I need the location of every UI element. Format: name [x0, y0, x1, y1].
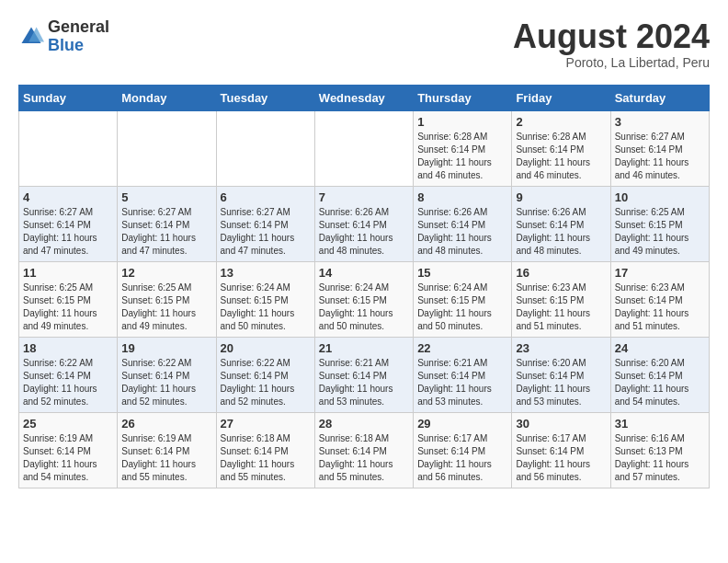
- calendar-cell: 2Sunrise: 6:28 AM Sunset: 6:14 PM Daylig…: [512, 110, 610, 186]
- calendar-cell: 29Sunrise: 6:17 AM Sunset: 6:14 PM Dayli…: [414, 412, 512, 488]
- day-info: Sunrise: 6:21 AM Sunset: 6:14 PM Dayligh…: [319, 357, 409, 408]
- day-number: 24: [615, 341, 705, 355]
- calendar-cell: 4Sunrise: 6:27 AM Sunset: 6:14 PM Daylig…: [19, 186, 118, 261]
- day-info: Sunrise: 6:24 AM Sunset: 6:15 PM Dayligh…: [221, 282, 311, 333]
- day-info: Sunrise: 6:26 AM Sunset: 6:14 PM Dayligh…: [516, 206, 606, 258]
- calendar-body: 1Sunrise: 6:28 AM Sunset: 6:14 PM Daylig…: [19, 110, 710, 488]
- day-info: Sunrise: 6:22 AM Sunset: 6:14 PM Dayligh…: [221, 357, 311, 408]
- calendar-cell: 20Sunrise: 6:22 AM Sunset: 6:14 PM Dayli…: [216, 337, 314, 412]
- calendar-cell: 23Sunrise: 6:20 AM Sunset: 6:14 PM Dayli…: [512, 337, 610, 412]
- day-info: Sunrise: 6:27 AM Sunset: 6:14 PM Dayligh…: [221, 206, 311, 258]
- calendar-cell: 28Sunrise: 6:18 AM Sunset: 6:14 PM Dayli…: [314, 412, 413, 488]
- header-day-monday: Monday: [118, 85, 216, 110]
- calendar-cell: 21Sunrise: 6:21 AM Sunset: 6:14 PM Dayli…: [314, 337, 413, 412]
- day-number: 15: [417, 266, 507, 280]
- page-title: August 2024: [513, 18, 710, 55]
- calendar-cell: [314, 110, 413, 186]
- calendar-cell: 15Sunrise: 6:24 AM Sunset: 6:15 PM Dayli…: [414, 261, 512, 337]
- calendar-cell: 30Sunrise: 6:17 AM Sunset: 6:14 PM Dayli…: [512, 412, 610, 488]
- day-number: 2: [516, 115, 606, 129]
- calendar-cell: [118, 110, 216, 186]
- day-number: 6: [221, 190, 311, 204]
- day-info: Sunrise: 6:25 AM Sunset: 6:15 PM Dayligh…: [121, 282, 211, 333]
- calendar-cell: 25Sunrise: 6:19 AM Sunset: 6:14 PM Dayli…: [19, 412, 118, 488]
- day-info: Sunrise: 6:23 AM Sunset: 6:15 PM Dayligh…: [516, 282, 606, 333]
- calendar-cell: 27Sunrise: 6:18 AM Sunset: 6:14 PM Dayli…: [216, 412, 314, 488]
- calendar-cell: 1Sunrise: 6:28 AM Sunset: 6:14 PM Daylig…: [414, 110, 512, 186]
- calendar-cell: 12Sunrise: 6:25 AM Sunset: 6:15 PM Dayli…: [118, 261, 216, 337]
- calendar-week-3: 11Sunrise: 6:25 AM Sunset: 6:15 PM Dayli…: [19, 261, 710, 337]
- calendar-cell: [216, 110, 314, 186]
- day-number: 16: [516, 266, 606, 280]
- day-number: 18: [23, 341, 113, 355]
- day-number: 19: [121, 341, 211, 355]
- calendar-cell: 9Sunrise: 6:26 AM Sunset: 6:14 PM Daylig…: [512, 186, 610, 261]
- calendar-cell: 18Sunrise: 6:22 AM Sunset: 6:14 PM Dayli…: [19, 337, 118, 412]
- day-info: Sunrise: 6:19 AM Sunset: 6:14 PM Dayligh…: [23, 432, 113, 484]
- day-number: 10: [615, 190, 705, 204]
- day-info: Sunrise: 6:18 AM Sunset: 6:14 PM Dayligh…: [221, 432, 311, 484]
- day-number: 30: [516, 417, 606, 431]
- day-info: Sunrise: 6:22 AM Sunset: 6:14 PM Dayligh…: [121, 357, 211, 408]
- header-day-tuesday: Tuesday: [216, 85, 314, 110]
- day-number: 1: [417, 115, 507, 129]
- day-number: 4: [23, 190, 113, 204]
- day-number: 21: [319, 341, 409, 355]
- calendar-cell: 10Sunrise: 6:25 AM Sunset: 6:15 PM Dayli…: [610, 186, 709, 261]
- day-info: Sunrise: 6:28 AM Sunset: 6:14 PM Dayligh…: [516, 131, 606, 182]
- calendar-cell: 11Sunrise: 6:25 AM Sunset: 6:15 PM Dayli…: [19, 261, 118, 337]
- calendar-week-4: 18Sunrise: 6:22 AM Sunset: 6:14 PM Dayli…: [19, 337, 710, 412]
- day-info: Sunrise: 6:22 AM Sunset: 6:14 PM Dayligh…: [23, 357, 113, 408]
- day-number: 12: [121, 266, 211, 280]
- day-info: Sunrise: 6:21 AM Sunset: 6:14 PM Dayligh…: [417, 357, 507, 408]
- header-day-thursday: Thursday: [414, 85, 512, 110]
- calendar-week-1: 1Sunrise: 6:28 AM Sunset: 6:14 PM Daylig…: [19, 110, 710, 186]
- day-info: Sunrise: 6:23 AM Sunset: 6:14 PM Dayligh…: [615, 282, 705, 333]
- header-day-saturday: Saturday: [610, 85, 709, 110]
- day-number: 20: [221, 341, 311, 355]
- day-info: Sunrise: 6:27 AM Sunset: 6:14 PM Dayligh…: [615, 131, 705, 182]
- title-area: August 2024 Poroto, La Libertad, Peru: [513, 18, 710, 70]
- day-info: Sunrise: 6:26 AM Sunset: 6:14 PM Dayligh…: [417, 206, 507, 258]
- day-info: Sunrise: 6:27 AM Sunset: 6:14 PM Dayligh…: [23, 206, 113, 258]
- calendar-cell: 24Sunrise: 6:20 AM Sunset: 6:14 PM Dayli…: [610, 337, 709, 412]
- day-info: Sunrise: 6:17 AM Sunset: 6:14 PM Dayligh…: [417, 432, 507, 484]
- day-number: 22: [417, 341, 507, 355]
- calendar-cell: 6Sunrise: 6:27 AM Sunset: 6:14 PM Daylig…: [216, 186, 314, 261]
- calendar-week-5: 25Sunrise: 6:19 AM Sunset: 6:14 PM Dayli…: [19, 412, 710, 488]
- day-number: 29: [417, 417, 507, 431]
- day-info: Sunrise: 6:17 AM Sunset: 6:14 PM Dayligh…: [516, 432, 606, 484]
- day-info: Sunrise: 6:27 AM Sunset: 6:14 PM Dayligh…: [121, 206, 211, 258]
- calendar-cell: 13Sunrise: 6:24 AM Sunset: 6:15 PM Dayli…: [216, 261, 314, 337]
- calendar-cell: 8Sunrise: 6:26 AM Sunset: 6:14 PM Daylig…: [414, 186, 512, 261]
- day-info: Sunrise: 6:26 AM Sunset: 6:14 PM Dayligh…: [319, 206, 409, 258]
- logo-icon: [18, 24, 44, 50]
- day-number: 13: [221, 266, 311, 280]
- day-number: 17: [615, 266, 705, 280]
- logo-text: General Blue: [48, 18, 109, 55]
- day-number: 25: [23, 417, 113, 431]
- calendar-cell: 16Sunrise: 6:23 AM Sunset: 6:15 PM Dayli…: [512, 261, 610, 337]
- day-info: Sunrise: 6:18 AM Sunset: 6:14 PM Dayligh…: [319, 432, 409, 484]
- day-info: Sunrise: 6:20 AM Sunset: 6:14 PM Dayligh…: [615, 357, 705, 408]
- day-number: 9: [516, 190, 606, 204]
- header-day-friday: Friday: [512, 85, 610, 110]
- day-number: 23: [516, 341, 606, 355]
- header-day-sunday: Sunday: [19, 85, 118, 110]
- day-number: 7: [319, 190, 409, 204]
- day-number: 8: [417, 190, 507, 204]
- header-day-wednesday: Wednesday: [314, 85, 413, 110]
- day-number: 5: [121, 190, 211, 204]
- day-number: 27: [221, 417, 311, 431]
- day-info: Sunrise: 6:25 AM Sunset: 6:15 PM Dayligh…: [615, 206, 705, 258]
- calendar-cell: 17Sunrise: 6:23 AM Sunset: 6:14 PM Dayli…: [610, 261, 709, 337]
- calendar-cell: 19Sunrise: 6:22 AM Sunset: 6:14 PM Dayli…: [118, 337, 216, 412]
- logo: General Blue: [18, 18, 109, 55]
- day-number: 31: [615, 417, 705, 431]
- calendar-week-2: 4Sunrise: 6:27 AM Sunset: 6:14 PM Daylig…: [19, 186, 710, 261]
- calendar-cell: 22Sunrise: 6:21 AM Sunset: 6:14 PM Dayli…: [414, 337, 512, 412]
- calendar-header: SundayMondayTuesdayWednesdayThursdayFrid…: [19, 85, 710, 110]
- day-info: Sunrise: 6:24 AM Sunset: 6:15 PM Dayligh…: [319, 282, 409, 333]
- day-number: 14: [319, 266, 409, 280]
- calendar-cell: 14Sunrise: 6:24 AM Sunset: 6:15 PM Dayli…: [314, 261, 413, 337]
